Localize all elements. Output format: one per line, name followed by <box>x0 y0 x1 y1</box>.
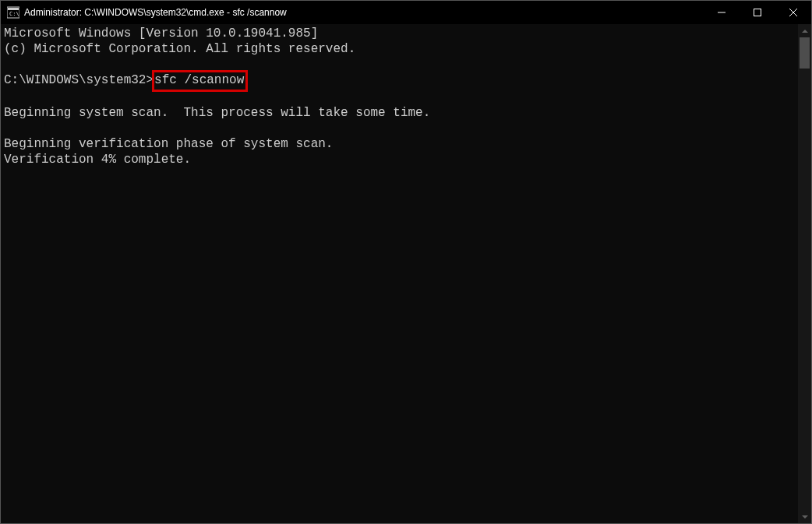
svg-rect-1 <box>8 8 19 10</box>
svg-text:C:\: C:\ <box>9 11 19 17</box>
output-line: Verification 4% complete. <box>4 153 191 167</box>
vertical-scrollbar[interactable] <box>798 24 811 523</box>
svg-marker-8 <box>802 515 808 519</box>
output-line: (c) Microsoft Corporation. All rights re… <box>4 42 355 56</box>
cmd-icon: C:\ <box>7 6 19 19</box>
scroll-down-arrow-icon[interactable] <box>798 510 811 523</box>
scroll-up-arrow-icon[interactable] <box>798 24 811 37</box>
output-line: Beginning verification phase of system s… <box>4 137 333 151</box>
output-line: Beginning system scan. This process will… <box>4 106 430 120</box>
svg-rect-4 <box>754 9 761 16</box>
content-area: Microsoft Windows [Version 10.0.19041.98… <box>1 24 811 523</box>
window-title: Administrator: C:\WINDOWS\system32\cmd.e… <box>24 7 704 18</box>
output-line: Microsoft Windows [Version 10.0.19041.98… <box>4 26 318 40</box>
maximize-button[interactable] <box>740 1 775 24</box>
scroll-thumb[interactable] <box>800 37 810 69</box>
close-button[interactable] <box>775 1 811 24</box>
cmd-window: C:\ Administrator: C:\WINDOWS\system32\c… <box>0 0 812 524</box>
scroll-track[interactable] <box>798 37 811 510</box>
window-controls <box>704 1 811 24</box>
terminal-output[interactable]: Microsoft Windows [Version 10.0.19041.98… <box>1 24 798 523</box>
titlebar[interactable]: C:\ Administrator: C:\WINDOWS\system32\c… <box>1 1 811 24</box>
prompt: C:\WINDOWS\system32> <box>4 73 154 87</box>
minimize-button[interactable] <box>704 1 740 24</box>
svg-marker-7 <box>802 30 808 33</box>
command-highlight: sfc /scannow <box>152 70 248 92</box>
command-text: sfc /scannow <box>154 73 244 87</box>
